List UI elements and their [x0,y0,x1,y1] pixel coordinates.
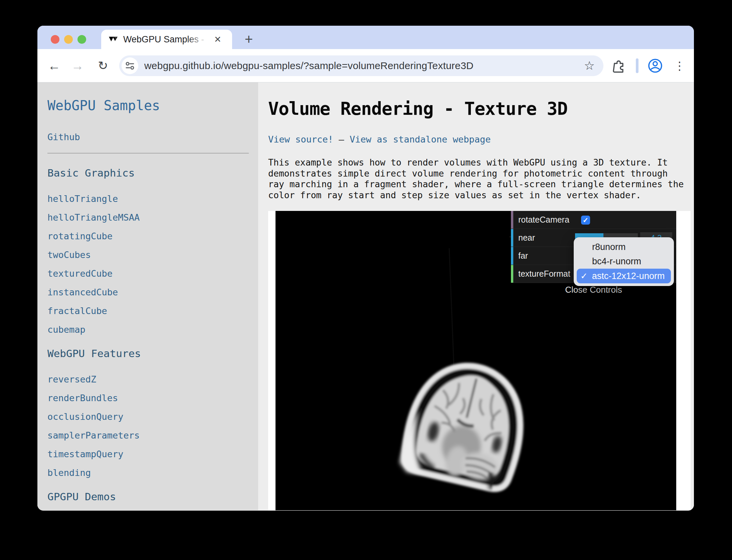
sidebar-item-instancedCube[interactable]: instancedCube [47,287,249,297]
window-close-button[interactable] [51,35,59,44]
sidebar-divider [47,153,249,154]
view-source-link[interactable]: View source! [268,134,333,145]
dropdown-option-bc4-r-unorm[interactable]: bc4-r-unorm [574,254,674,269]
sample-main: Volume Rendering - Texture 3D View sourc… [258,82,694,510]
sidebar-item-helloTriangle[interactable]: helloTriangle [47,194,249,204]
sidebar-item-blending[interactable]: blending [47,468,249,478]
extensions-puzzle-icon[interactable] [609,49,628,82]
sidebar-item-twoCubes[interactable]: twoCubes [47,250,249,260]
sample-description: This example shows how to render volumes… [268,157,686,201]
window-zoom-button[interactable] [77,35,86,44]
gui-label-far: far [518,251,528,261]
link-separator: – [339,134,350,145]
sidebar-item-timestampQuery[interactable]: timestampQuery [47,449,249,459]
select-type-strip [511,265,513,283]
section-gpgpu-demos: GPGPU Demos [47,491,249,503]
texture-format-dropdown: r8unorm bc4-r-unorm ✓ astc-12x12-unorm [574,237,674,286]
selected-check-icon: ✓ [580,271,588,281]
webgpu-logo-favicon [109,34,119,44]
browser-window: WebGPU Samples - Volume R ✕ + ← → ↻ webg… [37,26,694,511]
checkmark-icon: ✓ [583,216,589,224]
gui-label-textureFormat: textureFormat [518,269,570,279]
toolbar-separator [634,49,640,82]
window-minimize-button[interactable] [64,35,73,44]
back-icon[interactable]: ← [44,49,64,82]
new-tab-button[interactable]: + [240,30,258,48]
sample-links: View source! – View as standalone webpag… [268,134,694,145]
dropdown-option-r8unorm[interactable]: r8unorm [574,240,674,254]
sidebar-item-helloTriangleMSAA[interactable]: helloTriangleMSAA [47,212,249,223]
boolean-type-strip [511,211,513,229]
profile-avatar-icon[interactable] [646,49,665,82]
sidebar-item-reversedZ[interactable]: reversedZ [47,374,249,384]
sidebar-item-texturedCube[interactable]: texturedCube [47,268,249,279]
sidebar-title: WebGPU Samples [47,98,249,113]
number-type-strip [511,247,513,265]
github-link[interactable]: Github [47,132,249,142]
gui-label-near: near [518,233,535,243]
page-title: Volume Rendering - Texture 3D [268,98,694,119]
number-type-strip [511,229,513,247]
sidebar-item-occlusionQuery[interactable]: occlusionQuery [47,411,249,422]
url-text[interactable]: webgpu.github.io/webgpu-samples/?sample=… [144,60,474,71]
sidebar-item-rotatingCube[interactable]: rotatingCube [47,231,249,241]
gui-row-rotateCamera: rotateCamera ✓ [511,211,676,229]
browser-toolbar: ← → ↻ webgpu.github.io/webgpu-samples/?s… [37,49,694,82]
rotateCamera-checkbox[interactable]: ✓ [581,216,590,225]
sidebar-item-renderBundles[interactable]: renderBundles [47,393,249,403]
samples-sidebar: WebGPU Samples Github Basic Graphics hel… [37,82,258,510]
sample-frame: rotateCamera ✓ near 4.3 [268,211,691,510]
tab-close-icon[interactable]: ✕ [214,34,221,45]
site-settings-button[interactable] [122,57,138,74]
sidebar-item-fractalCube[interactable]: fractalCube [47,306,249,316]
bookmark-star-icon[interactable]: ☆ [584,59,595,73]
volume-rendering-brain-mri [386,349,546,500]
tab-strip: WebGPU Samples - Volume R ✕ + [37,26,694,49]
gui-label-rotateCamera: rotateCamera [518,215,569,225]
forward-icon: → [67,49,87,82]
dropdown-option-astc-12x12-unorm[interactable]: ✓ astc-12x12-unorm [577,269,671,283]
address-bar[interactable]: webgpu.github.io/webgpu-samples/?sample=… [119,55,603,76]
tab-webgpu-samples[interactable]: WebGPU Samples - Volume R ✕ [101,30,232,49]
webgpu-canvas[interactable]: rotateCamera ✓ near 4.3 [276,211,676,510]
page-content: WebGPU Samples Github Basic Graphics hel… [37,82,694,510]
section-basic-graphics: Basic Graphics [47,167,249,179]
tune-icon [125,61,135,71]
section-webgpu-features: WebGPU Features [47,347,249,359]
standalone-webpage-link[interactable]: View as standalone webpage [350,134,491,145]
sidebar-item-samplerParameters[interactable]: samplerParameters [47,430,249,441]
browser-menu-icon[interactable]: ⋮ [671,49,689,82]
sidebar-item-cubemap[interactable]: cubemap [47,324,249,335]
reload-icon[interactable]: ↻ [93,49,113,82]
